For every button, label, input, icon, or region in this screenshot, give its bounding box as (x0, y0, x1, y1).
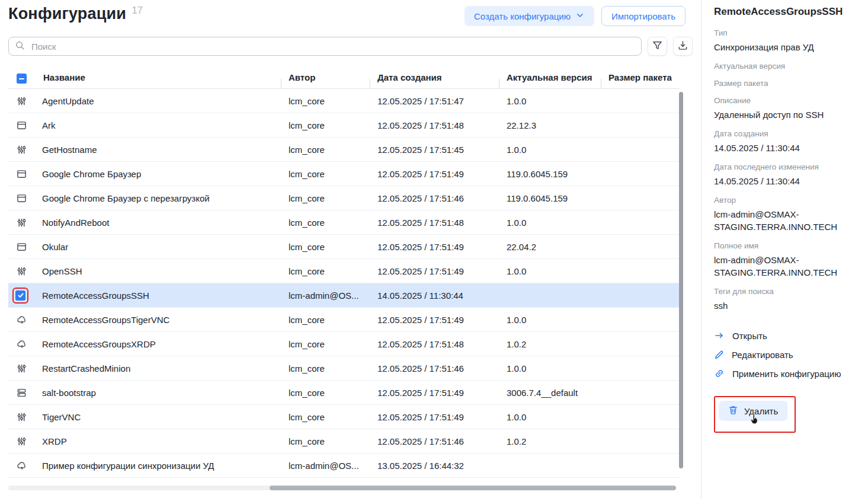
arrow-right-icon (714, 330, 725, 341)
row-leading-cell (8, 96, 35, 106)
config-name: Google Chrome Браузер (35, 169, 281, 179)
row-leading-cell (8, 363, 35, 374)
config-author: lcm_core (281, 388, 370, 398)
row-leading-cell (8, 145, 35, 155)
window-icon (17, 169, 27, 179)
config-created: 12.05.2025 / 17:51:46 (370, 436, 499, 446)
details-field-value: Удаленный доступ по SSH (714, 108, 859, 121)
import-label: Импортировать (611, 11, 675, 21)
details-field-label: Полное имя (714, 241, 859, 250)
details-actions: Открыть Редактировать Применить конфигур… (714, 326, 859, 383)
search-box[interactable] (8, 37, 642, 56)
config-created: 12.05.2025 / 17:51:48 (370, 120, 499, 130)
chevron-down-icon (575, 11, 585, 22)
details-field: Теги для поиска ssh (714, 287, 859, 312)
main-area: Конфигурации17 Создать конфигурацию Импо… (0, 0, 701, 498)
table-row[interactable]: XRDP lcm_core 12.05.2025 / 17:51:46 1.0.… (8, 429, 680, 454)
details-field: Дата создания 14.05.2025 / 11:30:44 (714, 129, 859, 154)
table-row[interactable]: RemoteAccessGroupsTigerVNC lcm_core 12.0… (8, 308, 680, 332)
config-author: lcm_core (281, 363, 370, 374)
horizontal-scrollbar-track (8, 486, 676, 490)
column-header-size[interactable]: Размер пакета (601, 72, 680, 82)
table-row[interactable]: RemoteAccessGroupsSSH lcm-admin@OS... 14… (8, 283, 680, 308)
sliders-icon (17, 145, 27, 155)
create-configuration-button[interactable]: Создать конфигурацию (465, 6, 594, 26)
config-version: 1.0.0 (499, 218, 601, 228)
column-header-version[interactable]: Актуальная версия (499, 72, 601, 82)
table-row[interactable]: salt-bootstrap lcm_core 12.05.2025 / 17:… (8, 381, 680, 405)
import-button[interactable]: Импортировать (601, 6, 686, 26)
sliders-icon (17, 266, 27, 276)
config-created: 12.05.2025 / 17:51:49 (370, 242, 499, 252)
details-field: Описание Удаленный доступ по SSH (714, 96, 859, 121)
table-row[interactable]: TigerVNC lcm_core 12.05.2025 / 17:51:49 … (8, 405, 680, 429)
details-field: Полное имя lcm-admin@OSMAX-STAGING.TERRA… (714, 241, 859, 279)
select-all-checkbox[interactable] (17, 74, 27, 84)
config-created: 12.05.2025 / 17:51:49 (370, 412, 499, 422)
table-row[interactable]: OpenSSH lcm_core 12.05.2025 / 17:51:49 1… (8, 259, 680, 283)
row-leading-cell (8, 120, 35, 130)
config-author: lcm_core (281, 266, 370, 276)
config-author: lcm_core (281, 145, 370, 155)
details-field-label: Дата создания (714, 129, 859, 138)
details-field: Тип Синхронизация прав УД (714, 28, 859, 53)
header-checkbox-cell (8, 71, 35, 84)
details-fields: Тип Синхронизация прав УД Актуальная вер… (714, 28, 859, 312)
column-header-author[interactable]: Автор (281, 72, 370, 82)
table-row[interactable]: RemoteAccessGroupsXRDP lcm_core 12.05.20… (8, 332, 680, 356)
table-row[interactable]: Пример конфигурации синхронизации УД lcm… (8, 454, 680, 478)
row-leading-cell (8, 436, 35, 446)
vertical-scrollbar[interactable] (679, 92, 683, 468)
table-row[interactable]: Google Chrome Браузер lcm_core 12.05.202… (8, 162, 680, 186)
config-author: lcm_core (281, 169, 370, 179)
server-icon (17, 388, 27, 398)
table-row[interactable]: AgentUpdate lcm_core 12.05.2025 / 17:51:… (8, 89, 680, 113)
pencil-icon (714, 350, 724, 360)
header-actions: Создать конфигурацию Импортировать (465, 6, 686, 26)
details-field-label: Тип (714, 28, 859, 37)
config-author: lcm_core (281, 120, 370, 130)
table-row[interactable]: Google Chrome Браузер с перезагрузкой lc… (8, 186, 680, 210)
column-header-name[interactable]: Название (35, 72, 281, 82)
details-field-value: 14.05.2025 / 11:30:44 (714, 142, 859, 154)
sliders-icon (17, 218, 27, 228)
config-name: GetHostname (35, 145, 281, 155)
details-panel: RemoteAccessGroupsSSH Тип Синхронизация … (701, 0, 868, 498)
filter-button[interactable] (648, 37, 667, 56)
config-name: salt-bootstrap (35, 388, 281, 398)
row-leading-cell (8, 460, 35, 471)
items-count: 17 (132, 5, 143, 16)
table-row[interactable]: Okular lcm_core 12.05.2025 / 17:51:49 22… (8, 235, 680, 259)
config-version: 1.0.0 (499, 145, 601, 155)
download-icon (677, 40, 688, 53)
row-leading-cell (8, 266, 35, 276)
sliders-icon (17, 436, 27, 446)
details-field-label: Актуальная версия (714, 62, 859, 71)
horizontal-scrollbar[interactable] (270, 486, 676, 490)
config-created: 12.05.2025 / 17:51:48 (370, 339, 499, 349)
search-input[interactable] (30, 41, 635, 52)
annotation-highlight-delete: Удалить (714, 396, 796, 433)
details-action-apply-config[interactable]: Применить конфигурацию (714, 364, 859, 383)
row-checkbox[interactable] (15, 290, 25, 301)
row-leading-cell (8, 412, 35, 422)
config-created: 13.05.2025 / 16:44:32 (370, 461, 499, 471)
table-row[interactable]: Ark lcm_core 12.05.2025 / 17:51:48 22.12… (8, 113, 680, 138)
table-row[interactable]: NotifyAndReboot lcm_core 12.05.2025 / 17… (8, 210, 680, 235)
details-action-pencil[interactable]: Редактировать (714, 345, 859, 364)
export-button[interactable] (673, 37, 693, 56)
row-leading-cell (8, 218, 35, 228)
config-name: NotifyAndReboot (35, 218, 281, 228)
config-author: lcm_core (281, 339, 370, 349)
table-row[interactable]: RestartCrashedMinion lcm_core 12.05.2025… (8, 356, 680, 381)
details-field-value: Синхронизация прав УД (714, 41, 859, 53)
config-version: 1.0.0 (499, 266, 601, 276)
details-field-label: Размер пакета (714, 79, 859, 88)
column-header-created[interactable]: Дата создания (370, 72, 499, 82)
details-action-arrow-right[interactable]: Открыть (714, 326, 859, 345)
search-row (8, 37, 686, 56)
details-field: Размер пакета (714, 79, 859, 88)
table-row[interactable]: GetHostname lcm_core 12.05.2025 / 17:51:… (8, 138, 680, 162)
page-title-block: Конфигурации17 (8, 5, 143, 23)
cloud-icon (17, 314, 27, 325)
